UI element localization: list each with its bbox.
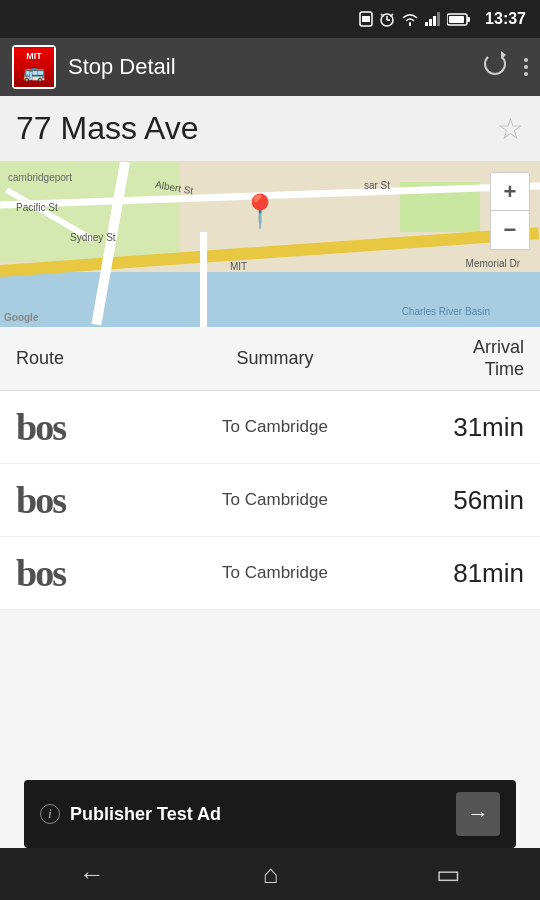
- svg-rect-9: [433, 16, 436, 26]
- row-route-0: bos: [16, 405, 146, 449]
- refresh-icon: [484, 53, 506, 75]
- row-arrival-2: 81min: [404, 558, 524, 589]
- nav-bar: ← ⌂ ▭: [0, 848, 540, 900]
- svg-rect-8: [429, 19, 432, 26]
- alarm-icon: [379, 11, 395, 27]
- map-label-mit: MIT: [230, 261, 247, 272]
- col-header-arrival: ArrivalTime: [404, 337, 524, 380]
- svg-rect-1: [362, 16, 370, 22]
- row-arrival-0: 31min: [404, 412, 524, 443]
- col-header-summary: Summary: [146, 348, 404, 369]
- row-arrival-1: 56min: [404, 485, 524, 516]
- svg-line-6: [391, 14, 394, 17]
- action-bar-actions: [484, 53, 528, 81]
- status-bar: 13:37: [0, 0, 540, 38]
- map-label-cambridgeport: cambridgeport: [8, 172, 72, 183]
- nav-home-button[interactable]: ⌂: [263, 859, 279, 890]
- map-label-sar: sar St: [364, 180, 390, 191]
- map-water: [0, 272, 540, 327]
- map-zoom-out-button[interactable]: −: [491, 211, 529, 249]
- nav-recents-button[interactable]: ▭: [436, 859, 461, 890]
- more-options-button[interactable]: [524, 58, 528, 76]
- battery-icon: [447, 13, 471, 26]
- ad-banner[interactable]: i Publisher Test Ad →: [24, 780, 516, 848]
- signal-icon: [425, 12, 441, 26]
- map-zoom-in-button[interactable]: +: [491, 173, 529, 211]
- stop-title-bar: 77 Mass Ave ☆: [0, 96, 540, 162]
- svg-line-5: [381, 14, 384, 17]
- app-icon: MIT 🚌: [12, 45, 56, 89]
- map-label-memorial: Memorial Dr: [466, 258, 520, 269]
- table-row[interactable]: bos To Cambridge 56min: [0, 464, 540, 537]
- favorite-button[interactable]: ☆: [497, 111, 524, 146]
- stop-address: 77 Mass Ave: [16, 110, 199, 147]
- map-label-pacific: Pacific St: [16, 202, 58, 213]
- row-route-2: bos: [16, 551, 146, 595]
- wifi-icon: [401, 12, 419, 26]
- ad-text: Publisher Test Ad: [70, 804, 456, 825]
- map-road-3: [200, 232, 207, 327]
- arrivals-table: bos To Cambridge 31min bos To Cambridge …: [0, 391, 540, 610]
- sim-icon: [359, 11, 373, 27]
- row-summary-2: To Cambridge: [146, 563, 404, 583]
- map-label-charles: Charles River Basin: [402, 306, 490, 317]
- route-badge-1: bos: [16, 479, 65, 521]
- map-google-logo: Google: [4, 312, 38, 323]
- route-badge-0: bos: [16, 406, 65, 448]
- map-container[interactable]: cambridgeport Pacific St Sydney St Alber…: [0, 162, 540, 327]
- row-route-1: bos: [16, 478, 146, 522]
- svg-rect-13: [449, 16, 464, 23]
- nav-back-button[interactable]: ←: [79, 859, 105, 890]
- table-row[interactable]: bos To Cambridge 31min: [0, 391, 540, 464]
- svg-rect-7: [425, 22, 428, 26]
- svg-rect-12: [467, 17, 470, 22]
- ad-arrow-button[interactable]: →: [456, 792, 500, 836]
- route-badge-2: bos: [16, 552, 65, 594]
- app-mit-label: MIT: [26, 51, 42, 61]
- col-header-route: Route: [16, 348, 146, 369]
- action-bar-title: Stop Detail: [68, 54, 472, 80]
- map-location-pin: 📍: [240, 192, 280, 230]
- map-zoom-controls: + −: [490, 172, 530, 250]
- svg-rect-10: [437, 12, 440, 26]
- status-icons: [359, 11, 471, 27]
- map-label-sydney: Sydney St: [70, 232, 116, 243]
- bus-icon: 🚌: [23, 61, 45, 83]
- overflow-icon: [524, 58, 528, 76]
- table-row[interactable]: bos To Cambridge 81min: [0, 537, 540, 610]
- refresh-button[interactable]: [484, 53, 506, 81]
- table-header: Route Summary ArrivalTime: [0, 327, 540, 391]
- action-bar: MIT 🚌 Stop Detail: [0, 38, 540, 96]
- row-summary-1: To Cambridge: [146, 490, 404, 510]
- row-summary-0: To Cambridge: [146, 417, 404, 437]
- ad-info-icon[interactable]: i: [40, 804, 60, 824]
- map-background: cambridgeport Pacific St Sydney St Alber…: [0, 162, 540, 327]
- status-time: 13:37: [485, 10, 526, 28]
